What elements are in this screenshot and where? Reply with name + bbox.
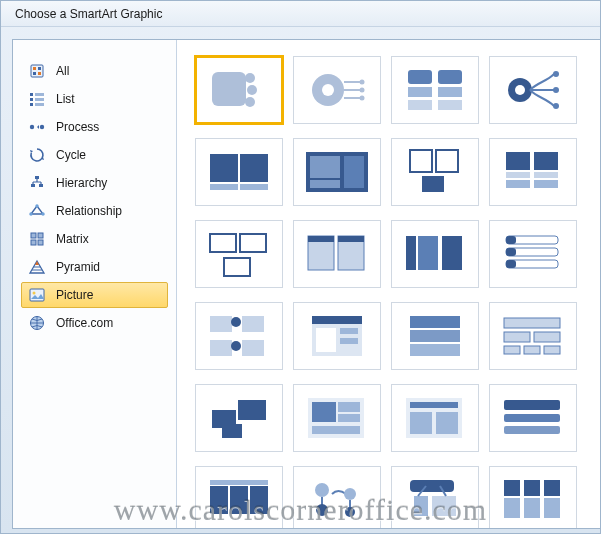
thumb-bubble-picture-list[interactable] <box>195 302 283 370</box>
svg-rect-96 <box>504 346 520 354</box>
svg-point-18 <box>41 212 44 215</box>
thumb-picture-accent-list[interactable] <box>391 302 479 370</box>
category-label: Office.com <box>56 316 113 330</box>
svg-rect-130 <box>544 498 560 518</box>
category-relationship[interactable]: Relationship <box>21 198 168 224</box>
svg-rect-20 <box>38 233 43 238</box>
gallery-grid <box>195 56 594 528</box>
thumb-hexagon-cluster[interactable] <box>195 466 283 528</box>
svg-rect-6 <box>35 93 44 96</box>
svg-rect-49 <box>240 184 268 190</box>
svg-rect-112 <box>504 414 560 422</box>
thumb-titled-picture-blocks[interactable] <box>489 302 577 370</box>
thumb-titled-picture-accent-list[interactable] <box>489 220 577 288</box>
globe-icon <box>28 314 46 332</box>
svg-rect-10 <box>35 103 44 106</box>
svg-rect-53 <box>344 156 364 188</box>
thumb-circular-picture-callout[interactable] <box>293 56 381 124</box>
thumb-framed-text-picture[interactable] <box>195 384 283 452</box>
svg-rect-22 <box>38 240 43 245</box>
category-label: Cycle <box>56 148 86 162</box>
svg-rect-47 <box>240 154 268 182</box>
svg-rect-61 <box>506 180 530 188</box>
svg-point-24 <box>33 292 36 295</box>
thumb-picture-accent-blocks[interactable] <box>489 138 577 206</box>
svg-rect-92 <box>410 344 460 356</box>
thumb-picture-grid[interactable] <box>391 138 479 206</box>
svg-rect-23 <box>30 289 44 301</box>
category-label: Relationship <box>56 204 122 218</box>
category-pyramid[interactable]: Pyramid <box>21 254 168 280</box>
svg-point-45 <box>553 103 559 109</box>
svg-rect-106 <box>312 426 360 434</box>
thumb-captioned-pictures[interactable] <box>293 220 381 288</box>
thumb-vertical-picture-list[interactable] <box>293 302 381 370</box>
thumb-alternating-picture-circles[interactable] <box>391 466 479 528</box>
category-hierarchy[interactable]: Hierarchy <box>21 170 168 196</box>
thumb-picture-strips[interactable] <box>391 220 479 288</box>
thumb-continuous-picture-list[interactable] <box>293 384 381 452</box>
thumb-horizontal-picture-list[interactable] <box>489 384 577 452</box>
thumb-spiral-picture[interactable] <box>391 384 479 452</box>
thumb-picture-frame[interactable] <box>293 466 381 528</box>
thumb-radial-picture-list[interactable] <box>489 56 577 124</box>
svg-rect-89 <box>340 338 358 344</box>
category-all[interactable]: All <box>21 58 168 84</box>
svg-rect-9 <box>30 103 33 106</box>
svg-rect-95 <box>534 332 560 342</box>
svg-rect-8 <box>35 98 44 101</box>
svg-rect-101 <box>222 424 242 438</box>
svg-rect-109 <box>410 412 432 434</box>
svg-point-34 <box>360 96 365 101</box>
svg-rect-55 <box>436 150 458 172</box>
category-list[interactable]: List <box>21 86 168 112</box>
svg-rect-64 <box>240 234 266 252</box>
svg-rect-35 <box>408 70 432 84</box>
svg-point-29 <box>245 97 255 107</box>
svg-rect-114 <box>210 486 228 514</box>
svg-rect-123 <box>414 496 428 516</box>
svg-rect-5 <box>30 93 33 96</box>
category-matrix[interactable]: Matrix <box>21 226 168 252</box>
svg-point-17 <box>29 212 32 215</box>
all-icon <box>28 62 46 80</box>
svg-rect-113 <box>504 426 560 434</box>
svg-rect-103 <box>312 402 336 422</box>
svg-rect-59 <box>506 172 530 178</box>
thumb-bending-picture-blocks[interactable] <box>195 220 283 288</box>
svg-point-120 <box>344 488 356 500</box>
relationship-icon <box>28 202 46 220</box>
picture-icon <box>28 286 46 304</box>
svg-rect-60 <box>534 172 558 178</box>
category-cycle[interactable]: Cycle <box>21 142 168 168</box>
thumb-ascending-picture-accent[interactable] <box>489 466 577 528</box>
svg-rect-86 <box>312 316 362 324</box>
thumb-snapshot-picture-list[interactable] <box>293 138 381 206</box>
svg-rect-108 <box>410 402 458 408</box>
svg-rect-54 <box>410 150 432 172</box>
thumb-bending-picture-accent-list[interactable] <box>391 56 479 124</box>
svg-rect-100 <box>238 400 266 420</box>
svg-rect-46 <box>210 154 238 182</box>
svg-rect-88 <box>340 328 358 334</box>
svg-rect-0 <box>31 65 43 77</box>
svg-rect-4 <box>38 72 41 75</box>
svg-rect-78 <box>506 260 516 268</box>
svg-rect-105 <box>338 414 360 422</box>
svg-rect-70 <box>406 236 416 270</box>
category-sidebar: All List Process Cycle <box>13 40 177 528</box>
svg-rect-56 <box>422 176 444 192</box>
svg-point-44 <box>553 87 559 93</box>
category-process[interactable]: Process <box>21 114 168 140</box>
thumb-picture-caption-list[interactable] <box>195 138 283 206</box>
category-picture[interactable]: Picture <box>21 282 168 308</box>
process-icon <box>28 118 46 136</box>
svg-point-11 <box>30 125 34 129</box>
category-officecom[interactable]: Office.com <box>21 310 168 336</box>
thumb-accented-picture[interactable] <box>195 56 283 124</box>
svg-rect-126 <box>524 480 540 496</box>
svg-rect-1 <box>33 67 36 70</box>
svg-rect-3 <box>33 72 36 75</box>
svg-rect-127 <box>544 480 560 496</box>
svg-rect-90 <box>410 316 460 328</box>
